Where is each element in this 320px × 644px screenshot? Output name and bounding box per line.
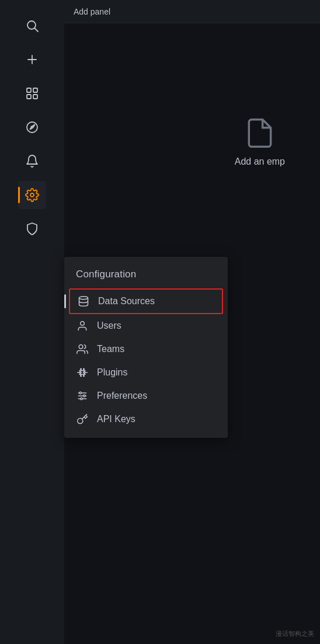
top-bar: Add panel — [64, 0, 320, 23]
database-icon — [77, 295, 90, 307]
svg-point-11 — [79, 297, 88, 300]
add-sidebar-item[interactable] — [18, 46, 46, 74]
svg-point-10 — [30, 193, 34, 197]
sidebar — [0, 0, 64, 644]
configuration-sidebar-item[interactable] — [18, 181, 46, 209]
svg-point-24 — [84, 375, 85, 377]
svg-point-30 — [81, 398, 82, 399]
search-sidebar-item[interactable] — [18, 12, 46, 40]
dashboards-sidebar-item[interactable] — [18, 79, 46, 107]
empty-state-icon — [244, 117, 276, 149]
svg-point-12 — [81, 322, 85, 326]
svg-rect-5 — [33, 88, 37, 92]
empty-state: Add an emp — [235, 117, 285, 167]
dropdown-item-preferences[interactable]: Preferences — [64, 384, 228, 408]
top-bar-title: Add panel — [74, 7, 110, 16]
svg-rect-20 — [80, 371, 85, 375]
explore-sidebar-item[interactable] — [18, 113, 46, 141]
dropdown-item-users[interactable]: Users — [64, 314, 228, 337]
plugins-label: Plugins — [97, 367, 127, 378]
dropdown-item-teams[interactable]: Teams — [64, 337, 228, 361]
user-icon — [76, 320, 89, 332]
server-admin-sidebar-item[interactable] — [18, 215, 46, 243]
svg-rect-4 — [27, 88, 31, 92]
svg-line-1 — [35, 29, 39, 32]
sliders-icon — [76, 390, 89, 402]
teams-label: Teams — [97, 344, 124, 354]
watermark: 漫话智构之美 — [276, 629, 314, 638]
svg-point-28 — [79, 392, 81, 394]
configuration-dropdown: Configuration Data Sources Users — [64, 257, 228, 438]
users-icon — [76, 343, 89, 355]
dropdown-item-plugins[interactable]: Plugins — [64, 361, 228, 384]
dropdown-item-api-keys[interactable]: API Keys — [64, 408, 228, 431]
api-keys-label: API Keys — [97, 414, 135, 424]
svg-point-23 — [81, 375, 82, 377]
svg-rect-7 — [33, 95, 37, 99]
empty-state-text: Add an emp — [235, 156, 285, 167]
alerting-sidebar-item[interactable] — [18, 147, 46, 175]
dropdown-header: Configuration — [64, 264, 228, 288]
users-label: Users — [97, 321, 121, 331]
plug-icon — [76, 367, 89, 378]
preferences-label: Preferences — [97, 391, 147, 401]
dropdown-item-data-sources[interactable]: Data Sources — [69, 288, 223, 314]
data-sources-label: Data Sources — [98, 296, 155, 307]
svg-point-13 — [79, 345, 83, 349]
key-icon — [76, 413, 89, 425]
svg-point-29 — [84, 395, 85, 396]
svg-rect-6 — [27, 95, 31, 99]
